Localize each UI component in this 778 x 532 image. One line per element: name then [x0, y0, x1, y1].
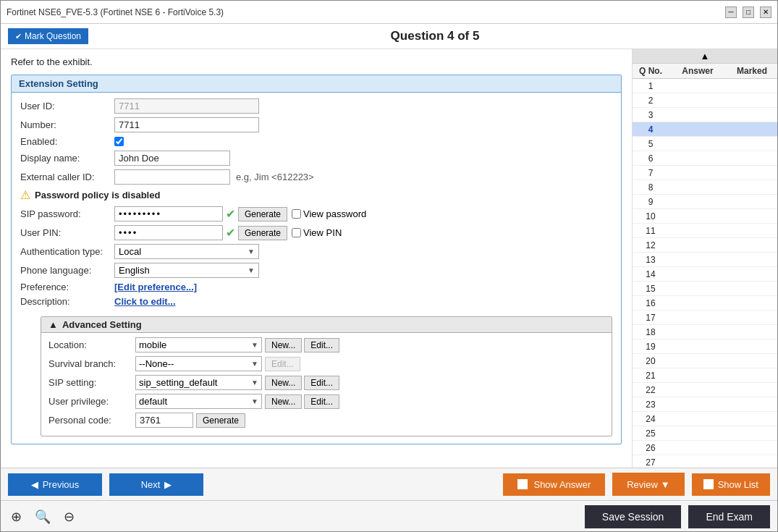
mark-question-button[interactable]: Mark Question	[8, 28, 88, 44]
question-list-item[interactable]: 19	[633, 339, 777, 354]
question-list-item[interactable]: 17	[633, 311, 777, 325]
question-list-item[interactable]: 25	[633, 426, 777, 441]
question-list-item[interactable]: 16	[633, 296, 777, 311]
scroll-up-button[interactable]: ▲	[633, 49, 777, 64]
question-list-item[interactable]: 11	[633, 224, 777, 238]
end-exam-button[interactable]: End Exam	[688, 505, 770, 528]
preference-link[interactable]: [Edit preference...]	[114, 282, 197, 292]
zoom-in-button[interactable]: ⊕	[8, 507, 25, 526]
question-list-item[interactable]: 1	[633, 79, 777, 93]
question-list-item[interactable]: 6	[633, 151, 777, 166]
location-new-button[interactable]: New...	[265, 338, 302, 352]
zoom-reset-button[interactable]: 🔍	[32, 507, 54, 526]
user-pin-label: User PIN:	[20, 227, 114, 238]
show-list-button[interactable]: Show List	[692, 473, 770, 496]
warning-icon: ⚠	[20, 188, 30, 202]
question-list-item[interactable]: 8	[633, 180, 777, 195]
location-edit-button[interactable]: Edit...	[304, 338, 339, 352]
userid-input[interactable]	[114, 98, 259, 114]
question-list-item[interactable]: 20	[633, 354, 777, 368]
save-session-button[interactable]: Save Session	[585, 505, 682, 528]
question-number: 17	[633, 313, 669, 323]
pin-generate-button[interactable]: Generate	[238, 226, 287, 240]
question-number: 8	[633, 182, 669, 193]
location-row: Location: mobile ▼ New... Edit...	[48, 337, 604, 352]
location-dropdown[interactable]: mobile ▼	[135, 337, 262, 352]
user-privilege-new-button[interactable]: New...	[265, 394, 302, 409]
user-privilege-row: User privilege: default ▼ New... Edit...	[48, 394, 604, 409]
question-number: 24	[633, 414, 669, 424]
sip-view-label[interactable]: View password	[292, 208, 366, 219]
auth-type-dropdown[interactable]: Local ▼	[114, 244, 259, 259]
question-list-item[interactable]: 15	[633, 282, 777, 296]
enabled-checkbox[interactable]	[114, 137, 124, 146]
minimize-button[interactable]: ─	[725, 7, 737, 18]
question-number: 2	[633, 96, 669, 106]
restore-button[interactable]: □	[743, 7, 754, 18]
sip-generate-button[interactable]: Generate	[238, 207, 287, 221]
header-marked: Marked	[727, 66, 777, 76]
externalcaller-input[interactable]	[114, 169, 230, 185]
review-button[interactable]: Review ▼	[612, 473, 684, 496]
question-list-item[interactable]: 13	[633, 253, 777, 267]
sip-password-input[interactable]	[114, 206, 223, 221]
location-arrow: ▼	[251, 341, 258, 349]
personal-code-label: Personal code:	[48, 415, 135, 426]
location-value: mobile	[139, 339, 166, 350]
question-list-item[interactable]: 18	[633, 325, 777, 339]
show-answer-button[interactable]: Show Answer	[503, 473, 605, 496]
auth-type-arrow: ▼	[248, 248, 255, 256]
question-list-item[interactable]: 4	[633, 122, 777, 137]
pin-view-checkbox[interactable]	[292, 228, 301, 237]
sip-setting-new-button[interactable]: New...	[265, 376, 302, 390]
previous-button[interactable]: ◀ Previous	[8, 473, 102, 496]
question-title: Question 4 of 5	[100, 29, 770, 43]
question-list-item[interactable]: 21	[633, 368, 777, 383]
question-list-item[interactable]: 3	[633, 108, 777, 122]
advanced-setting-box: ▲ Advanced Setting Location: mobile ▼	[41, 316, 612, 436]
displayname-label: Display name:	[20, 153, 114, 164]
header-answer: Answer	[669, 66, 727, 76]
question-number: 26	[633, 443, 669, 453]
show-answer-label: Show Answer	[533, 479, 591, 490]
question-list-item[interactable]: 23	[633, 397, 777, 412]
user-privilege-dropdown[interactable]: default ▼	[135, 394, 262, 409]
survival-dropdown[interactable]: --None-- ▼	[135, 356, 262, 371]
number-input[interactable]	[114, 117, 259, 132]
close-button[interactable]: ✕	[760, 7, 771, 18]
password-policy-row: ⚠ Password policy is disabled	[20, 188, 612, 202]
question-list-item[interactable]: 24	[633, 412, 777, 426]
advanced-collapse-icon[interactable]: ▲	[48, 319, 58, 330]
question-list-item[interactable]: 10	[633, 209, 777, 224]
question-list-item[interactable]: 12	[633, 238, 777, 253]
question-list-item[interactable]: 27	[633, 455, 777, 468]
sip-view-checkbox[interactable]	[292, 209, 301, 219]
question-list-item[interactable]: 26	[633, 441, 777, 455]
personal-code-generate-button[interactable]: Generate	[196, 413, 245, 428]
sip-password-label: SIP password:	[20, 208, 114, 219]
question-number: 9	[633, 197, 669, 207]
user-privilege-value: default	[139, 396, 167, 407]
sip-setting-edit-button[interactable]: Edit...	[304, 376, 339, 390]
question-list-item[interactable]: 22	[633, 383, 777, 397]
sip-setting-dropdown[interactable]: sip_setting_default ▼	[135, 375, 262, 390]
phone-lang-arrow: ▼	[248, 266, 255, 274]
displayname-input[interactable]	[114, 151, 230, 166]
question-list-item[interactable]: 9	[633, 195, 777, 209]
personal-code-input[interactable]	[135, 413, 193, 428]
next-button[interactable]: Next ▶	[109, 473, 203, 496]
question-list-item[interactable]: 5	[633, 137, 777, 151]
user-privilege-edit-button[interactable]: Edit...	[304, 394, 339, 409]
description-link[interactable]: Click to edit...	[114, 296, 176, 307]
phone-lang-dropdown[interactable]: English ▼	[114, 263, 259, 278]
user-pin-input[interactable]	[114, 225, 223, 240]
question-list-item[interactable]: 2	[633, 93, 777, 108]
auth-type-label: Authentication type:	[20, 246, 114, 257]
zoom-out-button[interactable]: ⊖	[61, 507, 77, 526]
question-list-item[interactable]: 7	[633, 166, 777, 180]
phone-lang-value: English	[119, 265, 150, 276]
pin-view-label[interactable]: View PIN	[292, 227, 342, 238]
sip-password-row: SIP password: ✔ Generate View password	[20, 206, 612, 221]
question-list-item[interactable]: 14	[633, 267, 777, 282]
sip-check-icon: ✔	[226, 207, 235, 221]
